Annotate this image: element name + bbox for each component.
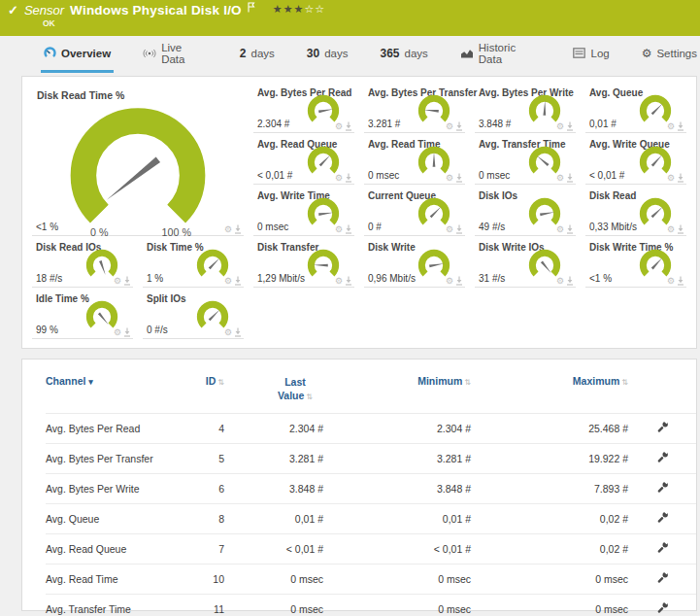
- pin-icon[interactable]: [234, 276, 242, 286]
- gauge-tile[interactable]: Split IOs 0 #/s ⚙: [143, 291, 244, 339]
- table-row[interactable]: Avg. Bytes Per Write 6 3.848 # 3.848 # 7…: [46, 473, 696, 503]
- gear-icon[interactable]: ⚙: [114, 277, 121, 286]
- gear-icon[interactable]: ⚙: [556, 122, 564, 131]
- gear-icon[interactable]: ⚙: [224, 277, 232, 286]
- gauge-tile[interactable]: Avg. Write Queue < 0,01 # ⚙: [585, 136, 686, 185]
- gear-icon[interactable]: ⚙: [446, 225, 453, 234]
- gauge-tile[interactable]: Avg. Bytes Per Transfer 3.281 # ⚙: [364, 85, 465, 133]
- pin-icon[interactable]: [455, 121, 463, 131]
- cell-minimum: 2.304 #: [323, 413, 471, 443]
- table-row[interactable]: Avg. Bytes Per Read 4 2.304 # 2.304 # 25…: [46, 413, 696, 443]
- priority-stars[interactable]: ★★★☆☆: [273, 3, 325, 16]
- gauge-needle: [430, 207, 442, 219]
- table-row[interactable]: Avg. Transfer Time 11 0 msec 0 msec 0 ms…: [46, 594, 696, 616]
- gauge-tile[interactable]: Avg. Read Time 0 msec ⚙: [364, 136, 465, 185]
- gear-icon[interactable]: ⚙: [224, 225, 232, 234]
- column-header-last-value[interactable]: Last Value⇅: [224, 369, 323, 413]
- gear-icon[interactable]: ⚙: [224, 328, 232, 337]
- gear-icon[interactable]: ⚙: [446, 277, 453, 286]
- gauge-tile[interactable]: Avg. Bytes Per Write 3.848 # ⚙: [475, 85, 576, 133]
- main-gauge-tile[interactable]: Disk Read Time % 0 % 100 % <1 % ⚙: [32, 85, 244, 236]
- pin-icon[interactable]: [677, 224, 684, 234]
- gear-icon[interactable]: ⚙: [446, 174, 453, 183]
- tab-overview[interactable]: Overview: [41, 36, 114, 73]
- pin-icon[interactable]: [455, 224, 463, 234]
- pin-icon[interactable]: [345, 276, 352, 286]
- column-header-channel[interactable]: Channel ▾: [46, 369, 180, 413]
- channel-settings-wrench-icon[interactable]: [656, 451, 669, 465]
- gauge-tile[interactable]: Avg. Write Time 0 msec ⚙: [253, 188, 354, 236]
- gear-icon[interactable]: ⚙: [556, 277, 564, 286]
- tab-settings[interactable]: ⚙ Settings: [639, 36, 700, 73]
- pin-icon[interactable]: [123, 327, 131, 337]
- tab-30-days[interactable]: 30 days: [304, 36, 351, 73]
- gauge-tile[interactable]: Avg. Bytes Per Read 2.304 # ⚙: [253, 85, 354, 133]
- pin-icon[interactable]: [677, 121, 684, 131]
- gear-icon[interactable]: ⚙: [446, 122, 453, 131]
- gear-icon[interactable]: ⚙: [667, 277, 675, 286]
- tab-live-data[interactable]: Live Data: [140, 36, 211, 73]
- gauge-value: 0 #: [368, 222, 382, 232]
- gauge-tile[interactable]: Disk Read 0,33 Mbit/s ⚙: [585, 188, 686, 236]
- pin-icon[interactable]: [123, 276, 131, 286]
- gear-icon[interactable]: ⚙: [335, 174, 343, 183]
- table-row[interactable]: Avg. Bytes Per Transfer 5 3.281 # 3.281 …: [46, 443, 696, 473]
- table-row[interactable]: Avg. Read Time 10 0 msec 0 msec 0 msec: [46, 564, 696, 594]
- gear-icon[interactable]: ⚙: [114, 328, 121, 337]
- column-header-maximum[interactable]: Maximum⇅: [471, 369, 628, 413]
- tab-2-days[interactable]: 2 days: [237, 36, 278, 73]
- gauge-tile[interactable]: Current Queue 0 # ⚙: [364, 188, 465, 236]
- gauge-tile[interactable]: Disk IOs 49 #/s ⚙: [475, 188, 576, 236]
- tab-log[interactable]: Log: [570, 36, 612, 73]
- gear-icon[interactable]: ⚙: [556, 225, 564, 234]
- column-header-minimum[interactable]: Minimum⇅: [323, 369, 471, 413]
- pin-icon[interactable]: [234, 224, 242, 234]
- gauge-tile[interactable]: Disk Read IOs 18 #/s ⚙: [32, 239, 133, 288]
- gauge-value: < 0,01 #: [257, 170, 292, 181]
- tab-365-days[interactable]: 365 days: [377, 36, 430, 73]
- tab-historic-data[interactable]: Historic Data: [457, 36, 545, 73]
- channel-table-panel: Channel ▾ ID⇅ Last Value⇅ Minimum⇅ Maxim…: [21, 359, 697, 611]
- pin-icon[interactable]: [677, 276, 684, 286]
- column-header-id[interactable]: ID⇅: [180, 369, 224, 413]
- gear-icon[interactable]: ⚙: [335, 122, 343, 131]
- channel-settings-wrench-icon[interactable]: [656, 541, 669, 556]
- gear-icon[interactable]: ⚙: [667, 225, 675, 234]
- gauge-tile[interactable]: Disk Write IOs 31 #/s ⚙: [475, 239, 576, 288]
- channel-settings-wrench-icon[interactable]: [656, 511, 669, 526]
- pin-icon[interactable]: [566, 276, 574, 286]
- gauge-needle: [209, 310, 220, 322]
- channel-settings-wrench-icon[interactable]: [656, 601, 669, 616]
- pin-icon[interactable]: [566, 121, 574, 131]
- pin-icon[interactable]: [566, 173, 574, 183]
- channel-settings-wrench-icon[interactable]: [656, 481, 669, 496]
- gear-icon[interactable]: ⚙: [335, 277, 343, 286]
- gauge-tile[interactable]: Idle Time % 99 % ⚙: [32, 291, 133, 339]
- channel-settings-wrench-icon[interactable]: [656, 571, 669, 586]
- gear-icon[interactable]: ⚙: [556, 174, 564, 183]
- pin-icon[interactable]: [345, 121, 352, 131]
- pin-icon[interactable]: [566, 224, 574, 234]
- table-row[interactable]: Avg. Read Queue 7 < 0,01 # < 0,01 # 0,02…: [46, 533, 696, 564]
- flag-icon[interactable]: [248, 2, 255, 13]
- gauge-tile[interactable]: Disk Write 0,96 Mbit/s ⚙: [364, 239, 465, 288]
- pin-icon[interactable]: [677, 173, 684, 183]
- gauge-tile[interactable]: Disk Time % 1 % ⚙: [143, 239, 244, 288]
- pin-icon[interactable]: [234, 327, 242, 337]
- gauge-tile[interactable]: Disk Transfer 1,29 Mbit/s ⚙: [253, 239, 354, 288]
- gauge-tile[interactable]: Disk Write Time % <1 % ⚙: [585, 239, 686, 288]
- gauge-tile[interactable]: Avg. Queue 0,01 # ⚙: [585, 85, 686, 133]
- object-kind-label: Sensor: [24, 3, 64, 17]
- gear-icon[interactable]: ⚙: [667, 122, 675, 131]
- table-row[interactable]: Avg. Queue 8 0,01 # 0,01 # 0,02 #: [46, 503, 696, 533]
- pin-icon[interactable]: [345, 224, 352, 234]
- pin-icon[interactable]: [345, 173, 352, 183]
- gauge-tile[interactable]: Avg. Transfer Time 0 msec ⚙: [475, 136, 576, 185]
- gear-icon[interactable]: ⚙: [335, 225, 343, 234]
- gear-icon[interactable]: ⚙: [667, 174, 675, 183]
- pin-icon[interactable]: [455, 276, 463, 286]
- channel-settings-wrench-icon[interactable]: [656, 421, 669, 435]
- cell-id: 4: [180, 413, 224, 443]
- gauge-tile[interactable]: Avg. Read Queue < 0,01 # ⚙: [253, 136, 354, 185]
- pin-icon[interactable]: [455, 173, 463, 183]
